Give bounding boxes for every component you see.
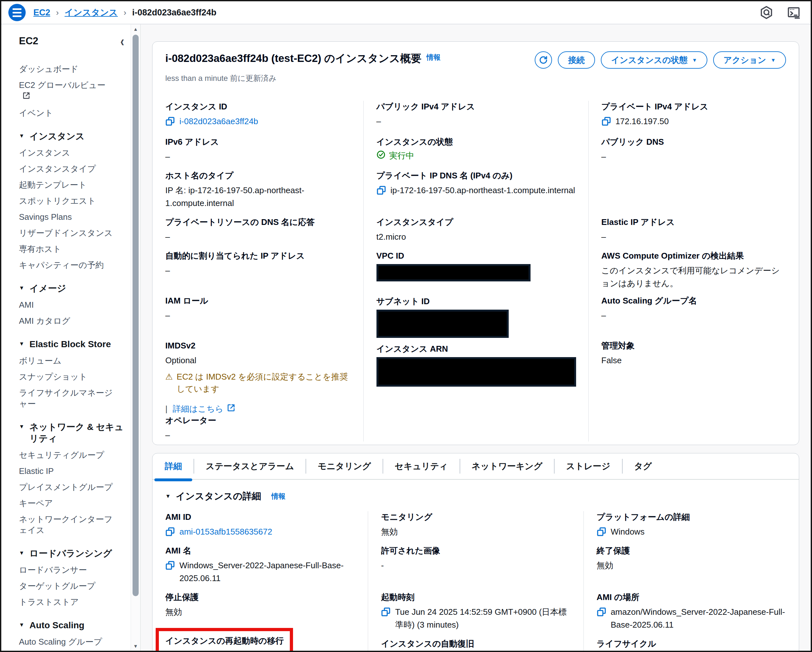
sidebar-item-spot-requests[interactable]: スポットリクエスト: [19, 193, 117, 209]
sidebar-section-instances[interactable]: ▼インスタンス: [19, 128, 124, 145]
field-subnet-id: サブネット ID: [377, 296, 576, 343]
info-link[interactable]: 情報: [272, 492, 285, 501]
sidebar-item-auto-scaling-groups[interactable]: Auto Scaling グループ: [19, 634, 117, 650]
field-value-link[interactable]: i-082d023a6ae3ff24b: [179, 115, 258, 128]
cloudshell-icon[interactable]: [786, 5, 801, 20]
instance-state-button[interactable]: インスタンスの状態▼: [601, 51, 707, 69]
copy-icon[interactable]: [597, 607, 606, 617]
last-updated-text: less than a minute 前に更新済み: [153, 69, 799, 84]
sidebar-item-key-pairs[interactable]: キーペア: [19, 495, 117, 511]
summary-column-1: インスタンス ID i-082d023a6ae3ff24b IPv6 アドレス …: [153, 101, 363, 442]
sidebar-item-target-groups[interactable]: ターゲットグループ: [19, 578, 117, 594]
sidebar-item-ami[interactable]: AMI: [19, 297, 117, 313]
sidebar-title: EC2: [19, 35, 38, 47]
external-link-icon: [22, 91, 31, 102]
main-content: i-082d023a6ae3ff24b (test-EC2) のインスタンス概要…: [140, 24, 811, 651]
learn-more-link[interactable]: 詳細はこちら: [172, 403, 235, 414]
details-section-header[interactable]: ▼ インスタンスの詳細 情報: [153, 480, 799, 503]
field-ami-location: AMI の場所 amazon/Windows_Server-2022-Japan…: [597, 591, 787, 638]
field-value-link[interactable]: ami-0153afb1558635672: [179, 525, 272, 538]
instance-summary-card: i-082d023a6ae3ff24b (test-EC2) のインスタンス概要…: [152, 41, 799, 445]
sidebar-item-snapshots[interactable]: スナップショット: [19, 369, 117, 385]
sidebar-section-load-balancing[interactable]: ▼ロードバランシング: [19, 545, 124, 562]
caret-down-icon: ▼: [19, 548, 24, 559]
connect-button[interactable]: 接続: [558, 51, 595, 69]
sidebar-item-instance-types[interactable]: インスタンスタイプ: [19, 161, 117, 177]
sidebar-item-events[interactable]: イベント: [19, 105, 117, 121]
copy-icon[interactable]: [377, 186, 386, 195]
sidebar-item-dedicated-hosts[interactable]: 専有ホスト: [19, 241, 117, 257]
tab-security[interactable]: セキュリティ: [383, 453, 459, 479]
field-public-ipv4: パブリック IPv4 アドレス –: [377, 101, 576, 136]
sidebar-item-launch-templates[interactable]: 起動テンプレート: [19, 177, 117, 193]
sidebar-item-load-balancers[interactable]: ロードバランサー: [19, 562, 117, 578]
sidebar-section-network-security[interactable]: ▼ネットワーク & セキュリティ: [19, 419, 124, 447]
sidebar-item-elastic-ip[interactable]: Elastic IP: [19, 463, 117, 479]
caret-down-icon: ▼: [19, 620, 24, 631]
hamburger-menu-button[interactable]: [8, 4, 26, 21]
sidebar-scrollbar[interactable]: ▲ ▼: [131, 24, 140, 651]
tab-networking[interactable]: ネットワーキング: [460, 453, 554, 479]
copy-icon[interactable]: [165, 116, 175, 126]
sidebar-item-ami-catalog[interactable]: AMI カタログ: [19, 313, 117, 329]
sidebar-item-trust-stores[interactable]: トラストストア: [19, 594, 117, 610]
tab-storage[interactable]: ストレージ: [555, 453, 622, 479]
field-ami-id: AMI ID ami-0153afb1558635672: [165, 511, 356, 545]
sidebar-section-ebs[interactable]: ▼Elastic Block Store: [19, 336, 124, 353]
field-instance-state: インスタンスの状態 実行中: [377, 136, 576, 170]
copy-icon[interactable]: [165, 561, 175, 570]
scrollbar-thumb[interactable]: [133, 35, 139, 596]
info-link[interactable]: 情報: [427, 53, 441, 62]
sidebar-item-reserved-instances[interactable]: リザーブドインスタンス: [19, 225, 117, 241]
copy-icon[interactable]: [381, 607, 391, 617]
sidebar-item-capacity-reservations[interactable]: キャパシティーの予約: [19, 257, 117, 273]
actions-button[interactable]: アクション▼: [713, 51, 786, 69]
caret-down-icon: ▼: [19, 338, 24, 349]
sidebar-item-global-view[interactable]: EC2 グローバルビュー: [19, 77, 117, 105]
copy-icon[interactable]: [597, 527, 606, 536]
scroll-down-icon[interactable]: ▼: [131, 643, 140, 649]
breadcrumb-link-ec2[interactable]: EC2: [34, 8, 50, 18]
details-column-2: モニタリング 無効 許可された画像 - 起動時刻 Tue Jun 24 2025…: [368, 511, 583, 651]
annotation-highlight: インスタンスの再起動時の移行 デフォルト (オン): [156, 628, 293, 651]
field-iam-role: IAM ロール –: [165, 295, 351, 340]
warning-icon: ⚠: [165, 370, 172, 395]
field-managed: 管理対象 False: [601, 340, 787, 367]
caret-down-icon: ▼: [19, 283, 24, 294]
sidebar-item-dashboard[interactable]: ダッシュボード: [19, 61, 117, 77]
sidebar: EC2 ‹ ダッシュボード EC2 グローバルビュー イベント ▼インスタンス …: [1, 24, 140, 651]
sidebar-item-security-groups[interactable]: セキュリティグループ: [19, 447, 117, 463]
status-badge: 実行中: [377, 150, 576, 161]
refresh-button[interactable]: [535, 51, 552, 69]
tab-status-alarms[interactable]: ステータスとアラーム: [194, 453, 305, 479]
sidebar-item-volumes[interactable]: ボリューム: [19, 353, 117, 369]
field-ami-name: AMI 名 Windows_Server-2022-Japanese-Full-…: [165, 545, 356, 591]
sidebar-item-network-interfaces[interactable]: ネットワークインターフェイス: [19, 511, 117, 538]
field-instance-type: インスタンスタイプ t2.micro: [377, 216, 576, 250]
amazon-q-icon[interactable]: [759, 5, 774, 20]
sidebar-item-savings-plans[interactable]: Savings Plans: [19, 209, 117, 225]
field-reboot-migration: インスタンスの再起動時の移行 デフォルト (オン): [165, 635, 284, 651]
page-title: i-082d023a6ae3ff24b (test-EC2) のインスタンス概要: [165, 51, 421, 66]
sidebar-section-auto-scaling[interactable]: ▼Auto Scaling: [19, 617, 124, 634]
copy-icon[interactable]: [165, 527, 175, 536]
sidebar-item-placement-groups[interactable]: プレイスメントグループ: [19, 479, 117, 495]
breadcrumb-link-instances[interactable]: インスタンス: [64, 7, 118, 18]
breadcrumb-separator-icon: ›: [56, 8, 59, 18]
tab-details[interactable]: 詳細: [153, 453, 194, 479]
sidebar-section-images[interactable]: ▼イメージ: [19, 280, 124, 297]
field-private-ipv4: プライベート IPv4 アドレス 172.16.197.50: [601, 101, 787, 136]
copy-icon[interactable]: [601, 116, 611, 126]
sidebar-item-instances[interactable]: インスタンス: [19, 145, 117, 161]
sidebar-collapse-icon[interactable]: ‹: [121, 34, 124, 49]
field-operator: オペレーター –: [165, 414, 351, 442]
sidebar-item-lifecycle-manager[interactable]: ライフサイクルマネージャー: [19, 385, 117, 412]
tab-bar: 詳細 ステータスとアラーム モニタリング セキュリティ ネットワーキング ストレ…: [153, 453, 799, 480]
scroll-up-icon[interactable]: ▲: [131, 26, 140, 32]
redacted-value: [377, 310, 509, 338]
tab-tags[interactable]: タグ: [623, 453, 663, 479]
field-ipv6: IPv6 アドレス –: [165, 136, 351, 170]
tab-monitoring[interactable]: モニタリング: [306, 453, 383, 479]
details-column-1: AMI ID ami-0153afb1558635672 AMI 名 Windo…: [153, 511, 368, 651]
caret-down-icon: ▼: [19, 131, 24, 142]
